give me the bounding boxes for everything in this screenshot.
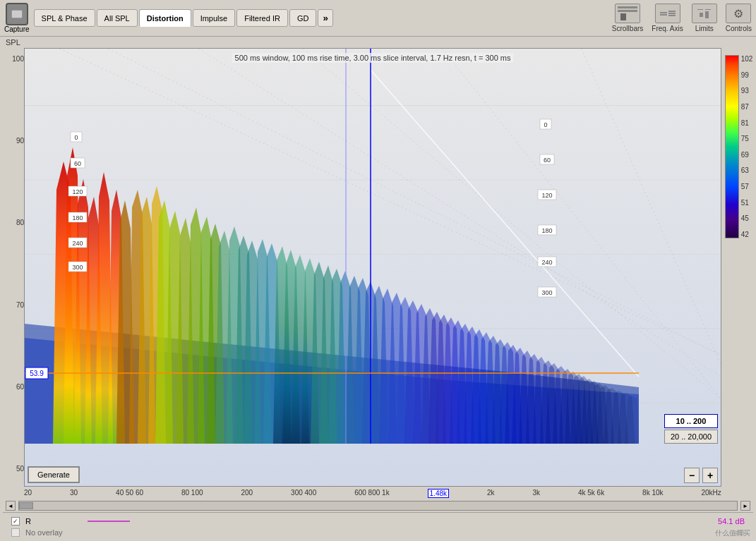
legend-line-r <box>88 521 130 522</box>
x-label-200: 200 <box>241 489 253 498</box>
zoom-out-button[interactable]: − <box>684 468 700 483</box>
x-label-600800: 600 800 1k <box>354 489 390 498</box>
chart-area[interactable]: 0 60 120 180 240 300 0 60 120 180 <box>24 48 721 487</box>
x-label-3k: 3k <box>532 489 540 498</box>
svg-text:60: 60 <box>74 160 81 167</box>
limits-icon <box>692 4 717 23</box>
scrollbars-icon <box>615 4 640 23</box>
scroll-right-button[interactable]: ► <box>740 501 750 511</box>
x-label-456k: 4k 5k 6k <box>578 489 604 498</box>
color-scale-93: 93 <box>741 87 753 95</box>
legend-value-r: 54.1 dB <box>718 517 745 525</box>
scrollbar-row: ◄ ► <box>3 499 753 512</box>
legend-label-r: R <box>25 517 82 525</box>
tab-all-spl[interactable]: All SPL <box>97 9 138 27</box>
legend-row-overlay: No overlay dB <box>8 527 748 538</box>
freq-axis-button[interactable]: Freq. Axis <box>652 4 683 32</box>
tab-filtered-ir[interactable]: Filtered IR <box>236 9 288 27</box>
x-label-80100: 80 100 <box>181 489 203 498</box>
tab-group: SPL & Phase All SPL Distortion Impulse F… <box>34 9 333 27</box>
scroll-left-button[interactable]: ◄ <box>6 501 16 511</box>
y-label-90: 90 <box>3 137 24 145</box>
color-scale-42: 42 <box>741 231 753 238</box>
freq-axis-icon <box>655 4 680 23</box>
svg-text:180: 180 <box>72 214 83 221</box>
scrollbar-thumb[interactable] <box>19 502 33 509</box>
tab-gd[interactable]: GD <box>289 9 317 27</box>
scrollbars-label: Scrollbars <box>612 25 643 32</box>
svg-text:60: 60 <box>544 157 551 164</box>
x-label-20k: 20kHz <box>702 489 721 498</box>
capture-icon <box>6 3 28 25</box>
svg-text:180: 180 <box>541 227 552 234</box>
scrollbars-button[interactable]: Scrollbars <box>612 4 643 32</box>
x-label-300400: 300 400 <box>291 489 316 498</box>
y-label-80: 80 <box>3 219 24 226</box>
gear-icon: ⚙ <box>733 7 743 20</box>
color-scale-69: 69 <box>741 151 753 159</box>
x-label-810k: 8k 10k <box>642 489 663 498</box>
color-scale-99: 99 <box>741 71 753 79</box>
x-label-2k: 2k <box>487 489 495 498</box>
range-buttons: 10 .. 200 20 .. 20,000 <box>664 414 718 444</box>
waterfall-chart: 0 60 120 180 240 300 0 60 120 180 <box>25 49 721 486</box>
svg-text:120: 120 <box>72 188 83 195</box>
color-scale: 102 99 93 87 81 75 69 63 57 51 45 42 <box>721 48 753 487</box>
tab-distortion[interactable]: Distortion <box>139 9 191 27</box>
more-tabs-button[interactable]: » <box>318 9 332 27</box>
color-scale-81: 81 <box>741 119 753 127</box>
y-label-60: 60 <box>3 383 24 391</box>
legend-row-r: R 54.1 dB <box>8 516 748 527</box>
horizontal-scrollbar[interactable] <box>18 501 738 511</box>
range-20-20000-button[interactable]: 20 .. 20,000 <box>664 430 718 444</box>
color-scale-63: 63 <box>741 166 753 174</box>
color-scale-102: 102 <box>741 55 753 63</box>
generate-button[interactable]: Generate <box>28 466 80 483</box>
capture-button[interactable]: Capture <box>4 3 30 33</box>
svg-text:0: 0 <box>74 134 78 141</box>
controls-button[interactable]: ⚙ Controls <box>726 4 752 32</box>
tab-impulse[interactable]: Impulse <box>193 9 236 27</box>
freq-axis-label: Freq. Axis <box>652 25 683 32</box>
zoom-in-button[interactable]: + <box>702 468 718 483</box>
color-scale-75: 75 <box>741 135 753 142</box>
y-label-100: 100 <box>3 55 24 63</box>
svg-text:120: 120 <box>541 192 552 199</box>
legend-checkbox-overlay[interactable] <box>11 528 20 537</box>
legend-checkbox-r[interactable] <box>11 517 20 525</box>
svg-text:300: 300 <box>72 264 83 271</box>
spl-label: SPL <box>3 37 753 47</box>
x-axis-labels: 20 30 40 50 60 80 100 200 300 400 600 80… <box>24 489 753 498</box>
x-axis: 20 30 40 50 60 80 100 200 300 400 600 80… <box>3 487 753 499</box>
svg-text:300: 300 <box>541 289 552 296</box>
legend-label-overlay: No overlay <box>25 528 82 537</box>
x-label-20: 20 <box>24 489 32 498</box>
toolbar-right: Scrollbars Freq. Axis <box>612 4 752 32</box>
x-label-30: 30 <box>70 489 78 498</box>
limits-button[interactable]: Limits <box>692 4 717 32</box>
toolbar: Capture SPL & Phase All SPL Distortion I… <box>0 0 756 37</box>
color-scale-51: 51 <box>741 199 753 207</box>
chart-wrapper: 100 90 80 70 60 50 <box>3 48 753 487</box>
main-area: SPL 100 90 80 70 60 50 <box>0 37 756 541</box>
y-axis: 100 90 80 70 60 50 <box>3 48 24 487</box>
x-label-148k: 1.48k <box>428 489 449 498</box>
range-10-200-button[interactable]: 10 .. 200 <box>664 414 718 428</box>
tab-spl-phase[interactable]: SPL & Phase <box>34 9 95 27</box>
svg-text:0: 0 <box>544 121 547 128</box>
controls-icon: ⚙ <box>726 4 751 23</box>
zoom-controls: − + <box>684 468 718 483</box>
legend-area: R 54.1 dB No overlay dB <box>3 512 753 541</box>
limits-label: Limits <box>695 25 714 32</box>
capture-label: Capture <box>4 25 30 33</box>
svg-text:53.9: 53.9 <box>30 370 44 377</box>
watermark: 什么值得买 <box>715 528 750 538</box>
color-scale-57: 57 <box>741 183 753 190</box>
controls-label: Controls <box>726 25 752 32</box>
svg-text:240: 240 <box>541 259 552 266</box>
y-label-50: 50 <box>3 465 24 473</box>
y-label-70: 70 <box>3 301 24 309</box>
color-scale-bar <box>725 55 739 238</box>
svg-text:240: 240 <box>72 240 83 247</box>
color-scale-87: 87 <box>741 103 753 111</box>
